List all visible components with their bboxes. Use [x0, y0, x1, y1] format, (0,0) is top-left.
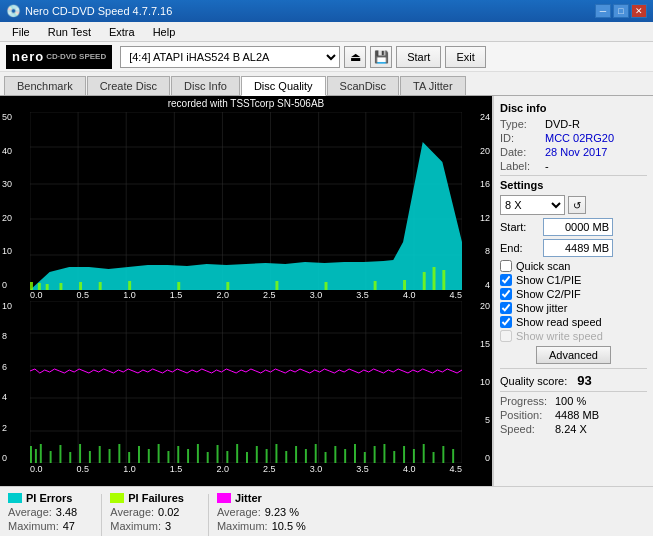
svg-rect-93 — [452, 449, 454, 463]
pi-failures-max-label: Maximum: — [110, 520, 161, 532]
show-jitter-checkbox[interactable] — [500, 302, 512, 314]
start-button[interactable]: Start — [396, 46, 441, 68]
svg-rect-17 — [30, 282, 33, 290]
menu-extra[interactable]: Extra — [101, 24, 143, 40]
svg-rect-55 — [79, 444, 81, 463]
title-bar-text: Nero CD-DVD Speed 4.7.7.16 — [25, 5, 172, 17]
pi-errors-max-label: Maximum: — [8, 520, 59, 532]
speed-label: Speed: — [500, 423, 555, 435]
pi-errors-stats: PI Errors Average: 3.48 Maximum: 47 Tota… — [8, 492, 77, 537]
chart-area: recorded with TSSTcorp SN-506AB — [0, 96, 493, 486]
chart-title: recorded with TSSTcorp SN-506AB — [0, 98, 492, 109]
pi-failures-legend-box — [110, 493, 124, 503]
svg-rect-57 — [99, 446, 101, 463]
svg-rect-53 — [59, 445, 61, 463]
jitter-legend-box — [217, 493, 231, 503]
svg-rect-79 — [315, 444, 317, 463]
svg-rect-62 — [148, 449, 150, 463]
title-bar: 💿 Nero CD-DVD Speed 4.7.7.16 ─ □ ✕ — [0, 0, 653, 22]
svg-rect-84 — [364, 452, 366, 463]
jitter-avg-label: Average: — [217, 506, 261, 518]
svg-rect-69 — [217, 445, 219, 463]
svg-rect-59 — [118, 444, 120, 463]
svg-rect-92 — [442, 446, 444, 463]
svg-rect-64 — [167, 451, 169, 463]
svg-rect-49 — [30, 446, 32, 463]
show-c1-pie-checkbox[interactable] — [500, 274, 512, 286]
speed-selector[interactable]: 8 X — [500, 195, 565, 215]
pi-failures-stats: PI Failures Average: 0.02 Maximum: 3 Tot… — [110, 492, 184, 537]
maximize-button[interactable]: □ — [613, 4, 629, 18]
refresh-button[interactable]: ↺ — [568, 196, 586, 214]
svg-rect-54 — [69, 452, 71, 463]
svg-rect-81 — [334, 446, 336, 463]
quick-scan-label: Quick scan — [516, 260, 570, 272]
end-input[interactable] — [543, 239, 613, 257]
svg-rect-67 — [197, 444, 199, 463]
svg-rect-77 — [295, 446, 297, 463]
disc-label-value: - — [545, 160, 549, 172]
tab-benchmark[interactable]: Benchmark — [4, 76, 86, 95]
svg-rect-86 — [383, 444, 385, 463]
settings-title: Settings — [500, 179, 647, 191]
position-label: Position: — [500, 409, 555, 421]
id-value: MCC 02RG20 — [545, 132, 614, 144]
tab-scandisc[interactable]: ScanDisc — [327, 76, 399, 95]
save-button[interactable]: 💾 — [370, 46, 392, 68]
svg-rect-91 — [433, 452, 435, 463]
exit-button[interactable]: Exit — [445, 46, 485, 68]
progress-label: Progress: — [500, 395, 555, 407]
close-button[interactable]: ✕ — [631, 4, 647, 18]
window-controls: ─ □ ✕ — [595, 4, 647, 18]
quality-score-label: Quality score: — [500, 375, 567, 387]
svg-rect-24 — [177, 282, 180, 290]
svg-rect-88 — [403, 446, 405, 463]
tab-disc-info[interactable]: Disc Info — [171, 76, 240, 95]
pi-failures-avg-label: Average: — [110, 506, 154, 518]
advanced-button[interactable]: Advanced — [536, 346, 611, 364]
svg-rect-26 — [275, 281, 278, 290]
svg-rect-29 — [403, 280, 406, 290]
show-read-speed-checkbox[interactable] — [500, 316, 512, 328]
svg-rect-80 — [325, 452, 327, 463]
svg-rect-89 — [413, 449, 415, 463]
svg-rect-21 — [79, 282, 82, 290]
start-input[interactable] — [543, 218, 613, 236]
show-c2-pif-label: Show C2/PIF — [516, 288, 581, 300]
svg-rect-74 — [266, 449, 268, 463]
svg-rect-76 — [285, 451, 287, 463]
date-value: 28 Nov 2017 — [545, 146, 607, 158]
show-c2-pif-checkbox[interactable] — [500, 288, 512, 300]
type-label: Type: — [500, 118, 545, 130]
show-c1-pie-label: Show C1/PIE — [516, 274, 581, 286]
quality-score-value: 93 — [577, 373, 591, 388]
menu-run-test[interactable]: Run Test — [40, 24, 99, 40]
svg-rect-23 — [128, 281, 131, 290]
svg-rect-70 — [226, 451, 228, 463]
drive-selector[interactable]: [4:4] ATAPI iHAS524 B AL2A — [120, 46, 340, 68]
menu-help[interactable]: Help — [145, 24, 184, 40]
pi-errors-legend-label: PI Errors — [26, 492, 72, 504]
eject-button[interactable]: ⏏ — [344, 46, 366, 68]
menu-bar: File Run Test Extra Help — [0, 22, 653, 42]
tab-bar: Benchmark Create Disc Disc Info Disc Qua… — [0, 72, 653, 96]
top-chart-svg — [30, 112, 462, 290]
app-icon: 💿 — [6, 4, 21, 18]
svg-rect-60 — [128, 452, 130, 463]
jitter-stats: Jitter Average: 9.23 % Maximum: 10.5 % P… — [217, 492, 306, 537]
minimize-button[interactable]: ─ — [595, 4, 611, 18]
tab-create-disc[interactable]: Create Disc — [87, 76, 170, 95]
tab-ta-jitter[interactable]: TA Jitter — [400, 76, 466, 95]
speed-value: 8.24 X — [555, 423, 587, 435]
date-label: Date: — [500, 146, 545, 158]
pi-errors-avg-value: 3.48 — [56, 506, 77, 518]
bottom-chart-svg — [30, 301, 462, 463]
menu-file[interactable]: File — [4, 24, 38, 40]
quick-scan-checkbox[interactable] — [500, 260, 512, 272]
svg-rect-18 — [38, 283, 41, 290]
svg-rect-72 — [246, 452, 248, 463]
tab-disc-quality[interactable]: Disc Quality — [241, 76, 326, 96]
top-chart-y-right: 2420161284 — [480, 112, 490, 290]
svg-rect-27 — [325, 282, 328, 290]
bottom-chart-x-axis: 0.00.51.01.52.02.53.03.54.04.5 — [30, 464, 462, 474]
